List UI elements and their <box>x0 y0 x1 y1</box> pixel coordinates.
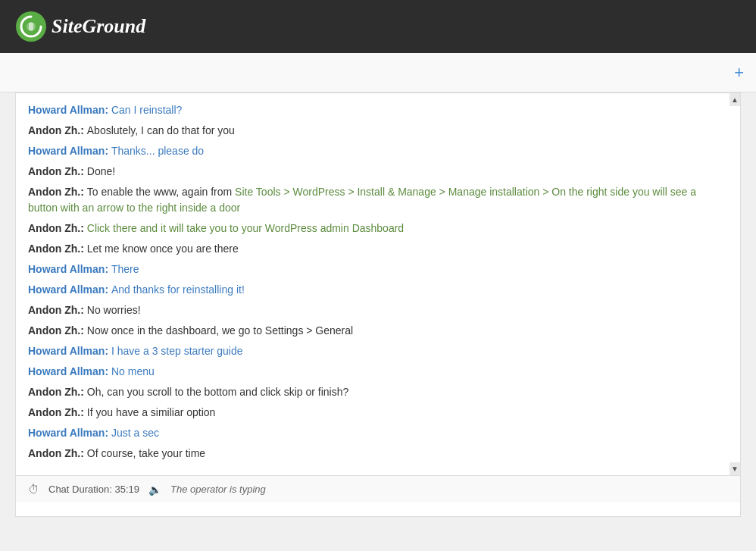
message-text: No worries! <box>87 304 141 316</box>
header: SiteGround <box>0 0 756 53</box>
typing-indicator: The operator is typing <box>170 484 266 495</box>
sender-name: Howard Allman: <box>28 145 111 157</box>
chat-duration-label: Chat Duration: 35:19 <box>48 484 139 495</box>
message-row: Howard Allman: Just a sec <box>28 425 728 441</box>
message-row: Howard Allman: And thanks for reinstalli… <box>28 282 728 298</box>
sender-name: Andon Zh.: <box>28 165 87 177</box>
logo-text: SiteGround <box>52 15 145 38</box>
message-row: Howard Allman: No menu <box>28 364 728 380</box>
message-row: Howard Allman: I have a 3 step starter g… <box>28 343 728 359</box>
sender-name: Andon Zh.: <box>28 304 87 316</box>
message-text: Just a sec <box>111 427 159 439</box>
message-row: Andon Zh.: Aboslutely, I can do that for… <box>28 123 728 139</box>
message-text: To enable the www, again from <box>87 186 235 198</box>
status-bar: ⏱ Chat Duration: 35:19 🔈 The operator is… <box>16 475 740 502</box>
clock-icon: ⏱ <box>28 483 39 496</box>
message-text: Now once in the dashboard, we go to Sett… <box>87 324 353 337</box>
message-text: Can I reinstall? <box>111 104 182 116</box>
message-text: Let me know once you are there <box>87 243 239 255</box>
message-text: And thanks for reinstalling it! <box>111 283 245 296</box>
message-text: Aboslutely, I can do that for you <box>87 124 235 136</box>
message-text: There <box>111 263 139 275</box>
chat-container: ▲ Howard Allman: Can I reinstall? Andon … <box>15 92 741 517</box>
message-row: Andon Zh.: Done! <box>28 164 728 180</box>
sender-name: Andon Zh.: <box>28 124 87 136</box>
message-row: Andon Zh.: Let me know once you are ther… <box>28 241 728 257</box>
message-row: Andon Zh.: Click there and it will take … <box>28 221 728 236</box>
message-row: Howard Allman: There <box>28 261 728 277</box>
sender-name: Howard Allman: <box>28 283 111 296</box>
message-row: Andon Zh.: Oh, can you scroll to the bot… <box>28 384 728 400</box>
sender-name: Howard Allman: <box>28 427 111 439</box>
sender-name: Howard Allman: <box>28 365 111 377</box>
scroll-down-arrow[interactable]: ▼ <box>729 462 740 475</box>
sound-icon: 🔈 <box>148 484 161 496</box>
toolbar: + <box>0 53 756 92</box>
message-text: Done! <box>87 165 115 177</box>
chat-messages[interactable]: Howard Allman: Can I reinstall? Andon Zh… <box>16 93 740 475</box>
sender-name: Andon Zh.: <box>28 222 87 234</box>
add-button[interactable]: + <box>734 63 744 83</box>
siteground-logo-icon <box>15 11 47 42</box>
message-row: Andon Zh.: Now once in the dashboard, we… <box>28 323 728 339</box>
sender-name: Howard Allman: <box>28 263 111 275</box>
message-text: No menu <box>111 365 155 377</box>
message-row: Andon Zh.: If you have a similiar option <box>28 405 728 421</box>
message-text: Click there and it will take you to your… <box>87 222 404 234</box>
sender-name: Andon Zh.: <box>28 447 87 459</box>
message-row: Andon Zh.: Of course, take your time <box>28 446 728 462</box>
logo-container: SiteGround <box>15 11 145 42</box>
message-text: I have a 3 step starter guide <box>111 345 243 357</box>
message-row: Howard Allman: Can I reinstall? <box>28 102 728 118</box>
message-row: Howard Allman: Thanks... please do <box>28 143 728 159</box>
message-text: Of course, take your time <box>87 447 205 459</box>
message-row: Andon Zh.: To enable the www, again from… <box>28 184 728 216</box>
sender-name: Andon Zh.: <box>28 243 87 255</box>
message-text: Thanks... please do <box>111 145 204 157</box>
sender-name: Andon Zh.: <box>28 406 87 418</box>
sender-name: Howard Allman: <box>28 104 111 116</box>
sender-name: Howard Allman: <box>28 345 111 357</box>
message-text: Oh, can you scroll to the bottom and cli… <box>87 386 349 398</box>
sender-name: Andon Zh.: <box>28 386 87 398</box>
sender-name: Andon Zh.: <box>28 186 87 198</box>
sender-name: Andon Zh.: <box>28 324 87 337</box>
message-text: If you have a similiar option <box>87 406 216 418</box>
message-row: Andon Zh.: No worries! <box>28 302 728 318</box>
